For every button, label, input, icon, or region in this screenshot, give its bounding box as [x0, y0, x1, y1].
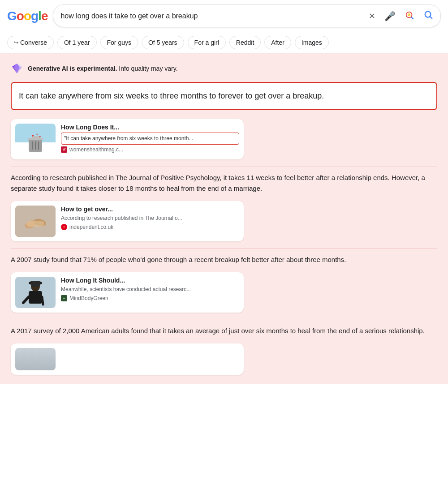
ai-para-2: A 2007 study found that 71% of people wh…: [11, 254, 437, 265]
converse-arrow-icon: ↪: [14, 39, 18, 46]
svg-point-1: [408, 13, 410, 16]
lens-button[interactable]: [403, 9, 416, 23]
svg-rect-18: [29, 291, 42, 304]
chip-label-reddit: Reddit: [236, 39, 254, 46]
chip-converse[interactable]: ↪ Converse: [7, 36, 54, 49]
ai-para-1: According to research published in The J…: [11, 172, 437, 194]
search-button[interactable]: [423, 10, 433, 22]
source-site-1: W womenshealthmag.c...: [61, 146, 239, 153]
svg-text:♥: ♥: [36, 133, 38, 136]
svg-rect-22: [31, 281, 40, 287]
svg-text:♥: ♥: [32, 134, 34, 138]
chip-label-foragirl: For a girl: [194, 39, 219, 46]
chip-forguys[interactable]: For guys: [100, 36, 138, 49]
chip-label-of5years: Of 5 years: [148, 39, 177, 46]
source-card-1[interactable]: ♥ ♥ ♥ How Long Does It... "It can take a…: [11, 119, 244, 159]
source-excerpt-3: Meanwhile, scientists have conducted act…: [61, 286, 239, 293]
svg-rect-15: [26, 221, 44, 227]
source-info-3: How Long It Should... Meanwhile, scienti…: [61, 277, 239, 308]
ai-badge-note: Info quality may vary.: [119, 65, 177, 72]
search-icons: ✕ 🎤: [367, 9, 433, 23]
ai-divider-2: [11, 249, 437, 249]
chip-label-after: After: [271, 39, 284, 46]
ai-divider-1: [11, 167, 437, 167]
search-input[interactable]: [60, 12, 367, 20]
source-card-4[interactable]: [11, 343, 244, 375]
source-site-2: i independent.co.uk: [61, 224, 239, 230]
chip-of1year[interactable]: Of 1 year: [57, 36, 97, 49]
voice-search-button[interactable]: 🎤: [383, 9, 397, 23]
source-title-3: How Long It Should...: [61, 277, 239, 284]
source-excerpt-2: According to research published in The J…: [61, 214, 239, 222]
chip-reddit[interactable]: Reddit: [229, 36, 261, 49]
mbg-favicon-icon: m: [61, 295, 67, 301]
source-card-3[interactable]: How Long It Should... Meanwhile, scienti…: [11, 272, 244, 313]
clear-icon: ✕: [369, 11, 375, 21]
ai-answer-box: It can take anywhere from six weeks to t…: [11, 82, 437, 110]
source-site-3: m MindBodyGreen: [61, 295, 239, 301]
ai-badge: Generative AI is experimental.: [28, 65, 117, 72]
chip-label-images: Images: [302, 39, 322, 46]
chip-foragirl[interactable]: For a girl: [188, 36, 226, 49]
lens-icon: [405, 10, 414, 21]
chip-of5years[interactable]: Of 5 years: [142, 36, 184, 49]
wh-favicon-icon: W: [61, 146, 67, 153]
ai-gem-icon: [11, 62, 23, 75]
chip-label-forguys: For guys: [107, 39, 131, 46]
source-excerpt-box-1: "It can take anywhere from six weeks to …: [61, 133, 239, 145]
chip-images[interactable]: Images: [295, 36, 329, 49]
search-bar: ✕ 🎤: [53, 4, 441, 27]
ai-section: Generative AI is experimental. Info qual…: [0, 53, 448, 384]
svg-text:♥: ♥: [39, 135, 41, 138]
chip-after[interactable]: After: [264, 36, 291, 49]
source-thumbnail-3: [15, 277, 56, 308]
ai-label: Generative AI is experimental. Info qual…: [28, 65, 178, 72]
source-thumbnail-2: [15, 206, 56, 237]
chips-row: ↪ Converse Of 1 year For guys Of 5 years…: [0, 32, 448, 53]
source-info-2: How to get over... According to research…: [61, 206, 239, 237]
search-icon: [423, 11, 433, 22]
svg-line-20: [42, 297, 43, 305]
clear-button[interactable]: ✕: [367, 9, 377, 23]
mic-icon: 🎤: [384, 11, 396, 21]
source-title-1: How Long Does It...: [61, 124, 239, 131]
ai-para-3: A 2017 survey of 2,000 American adults f…: [11, 326, 437, 336]
source-site-name-2: independent.co.uk: [69, 224, 113, 230]
source-thumbnail-4: [15, 348, 56, 370]
header: Google ✕ 🎤: [0, 0, 448, 32]
source-card-2[interactable]: How to get over... According to research…: [11, 201, 244, 241]
ai-answer-text: It can take anywhere from six weeks to t…: [19, 90, 429, 102]
chip-label-converse: Converse: [20, 39, 47, 46]
ai-header: Generative AI is experimental. Info qual…: [11, 62, 437, 75]
source-info-4: [61, 348, 239, 370]
independent-favicon-icon: i: [61, 224, 67, 230]
google-logo: Google: [7, 9, 47, 23]
source-info-1: How Long Does It... "It can take anywher…: [61, 124, 239, 155]
source-thumbnail-1: ♥ ♥ ♥: [15, 124, 56, 155]
source-site-name-1: womenshealthmag.c...: [69, 146, 123, 153]
ai-divider-3: [11, 320, 437, 320]
source-site-name-3: MindBodyGreen: [69, 295, 108, 301]
source-title-2: How to get over...: [61, 206, 239, 213]
chip-label-of1year: Of 1 year: [64, 39, 90, 46]
